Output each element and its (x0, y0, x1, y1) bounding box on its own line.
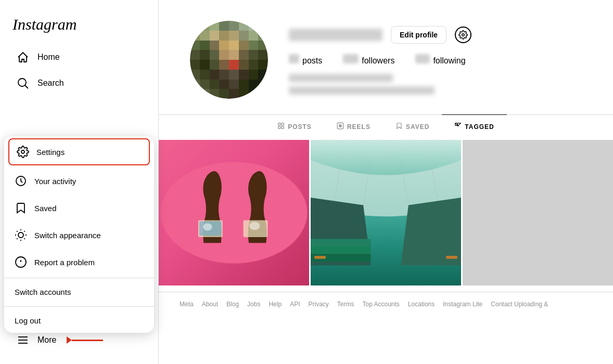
svg-line-8 (24, 238, 24, 239)
sidebar-item-home[interactable]: Home (4, 45, 154, 70)
footer-link-jobs[interactable]: Jobs (247, 301, 260, 308)
footer-link-help[interactable]: Help (269, 301, 282, 308)
svg-rect-40 (311, 246, 371, 254)
photo-item-1[interactable] (159, 140, 309, 290)
svg-point-19 (462, 34, 465, 36)
svg-rect-43 (446, 256, 457, 259)
posts-count (289, 54, 299, 63)
profile-avatar (190, 21, 268, 99)
saved-label: Saved (34, 204, 57, 213)
footer-link-top-accounts[interactable]: Top Accounts (362, 301, 399, 308)
logo: Instagram (0, 10, 158, 44)
footer-link-blog[interactable]: Blog (226, 301, 239, 308)
settings-icon (17, 146, 29, 158)
svg-point-34 (249, 222, 260, 230)
reels-icon (337, 122, 344, 131)
username-row: Edit profile (289, 26, 592, 44)
more-arrow (67, 336, 103, 344)
following-stat: following (415, 54, 465, 66)
report-problem-label: Report a problem (34, 258, 95, 267)
instagram-logo: Instagram (12, 16, 76, 33)
posts-stat: posts (289, 54, 322, 66)
profile-tabs: POSTS REELS SAVED (159, 114, 613, 138)
svg-rect-20 (278, 123, 280, 125)
footer-link-contact[interactable]: Contact Uploading & (491, 301, 548, 308)
footer-link-about[interactable]: About (202, 301, 218, 308)
profile-username (289, 29, 382, 41)
profile-bio-line1 (289, 74, 393, 82)
search-icon (17, 77, 29, 89)
svg-point-29 (161, 162, 308, 263)
tab-saved[interactable]: SAVED (383, 114, 442, 138)
following-count (415, 54, 430, 63)
profile-stats: posts followers following (289, 54, 592, 66)
tab-posts-label: POSTS (288, 123, 312, 131)
profile-info: Edit profile posts followers (289, 21, 592, 95)
tab-tagged[interactable]: TAGGED (442, 114, 506, 138)
log-out-label: Log out (15, 316, 41, 325)
dropdown-menu: Settings Your activity Saved (4, 136, 154, 333)
footer: Meta About Blog Jobs Help API Privacy Te… (159, 292, 613, 316)
divider-2 (4, 306, 154, 307)
grid-icon (277, 122, 285, 131)
svg-point-4 (18, 232, 23, 238)
report-problem-menu-item[interactable]: Report a problem (4, 249, 154, 276)
switch-appearance-menu-item[interactable]: Switch appearance (4, 222, 154, 249)
followers-label: followers (362, 56, 394, 66)
followers-count (343, 54, 359, 63)
search-label: Search (37, 79, 64, 88)
svg-rect-21 (282, 123, 284, 125)
switch-accounts-item[interactable]: Switch accounts (4, 280, 154, 304)
footer-link-api[interactable]: API (290, 301, 300, 308)
settings-gear-button[interactable] (455, 27, 471, 43)
switch-accounts-label: Switch accounts (15, 288, 71, 296)
tab-tagged-label: TAGGED (465, 123, 494, 131)
activity-icon (15, 175, 27, 187)
svg-rect-39 (311, 239, 371, 246)
report-icon (15, 256, 27, 268)
profile-bio-line2 (289, 86, 435, 95)
main-content: Edit profile posts followers (159, 0, 613, 364)
footer-link-instagram-lite[interactable]: Instagram Lite (443, 301, 482, 308)
photo-item-3[interactable] (463, 140, 613, 290)
svg-line-7 (17, 231, 17, 231)
home-icon (17, 51, 29, 63)
profile-section: Edit profile posts followers (159, 0, 613, 109)
home-label: Home (37, 53, 60, 62)
footer-link-locations[interactable]: Locations (408, 301, 435, 308)
your-activity-label: Your activity (34, 177, 76, 186)
hamburger-icon (17, 334, 29, 346)
sidebar-item-search[interactable]: Search (4, 71, 154, 96)
switch-appearance-label: Switch appearance (34, 231, 101, 240)
svg-rect-22 (278, 126, 280, 128)
settings-menu-item[interactable]: Settings (8, 138, 150, 165)
footer-link-privacy[interactable]: Privacy (308, 301, 328, 308)
tab-reels[interactable]: REELS (324, 114, 383, 138)
footer-link-terms[interactable]: Terms (337, 301, 354, 308)
svg-line-12 (24, 231, 24, 231)
bookmark-icon (15, 202, 27, 214)
avatar-image (190, 21, 268, 99)
sidebar: Instagram Home Search (0, 0, 159, 364)
svg-line-11 (17, 238, 17, 239)
edit-profile-button[interactable]: Edit profile (391, 26, 446, 44)
photo-item-2[interactable] (311, 140, 461, 290)
svg-point-2 (21, 150, 24, 153)
followers-stat: followers (343, 54, 394, 66)
svg-line-1 (25, 85, 28, 88)
svg-rect-42 (314, 256, 326, 259)
more-label: More (37, 335, 56, 345)
photo-grid (159, 138, 613, 292)
log-out-item[interactable]: Log out (4, 309, 154, 333)
saved-menu-item[interactable]: Saved (4, 194, 154, 222)
your-activity-menu-item[interactable]: Your activity (4, 167, 154, 194)
tab-saved-label: SAVED (406, 123, 429, 131)
svg-point-33 (203, 223, 212, 230)
posts-label: posts (302, 56, 322, 66)
appearance-icon (15, 229, 27, 241)
footer-link-meta[interactable]: Meta (180, 301, 194, 308)
svg-point-26 (340, 125, 341, 126)
settings-label: Settings (36, 148, 65, 157)
tab-reels-label: REELS (347, 123, 371, 131)
tab-posts[interactable]: POSTS (265, 114, 324, 138)
